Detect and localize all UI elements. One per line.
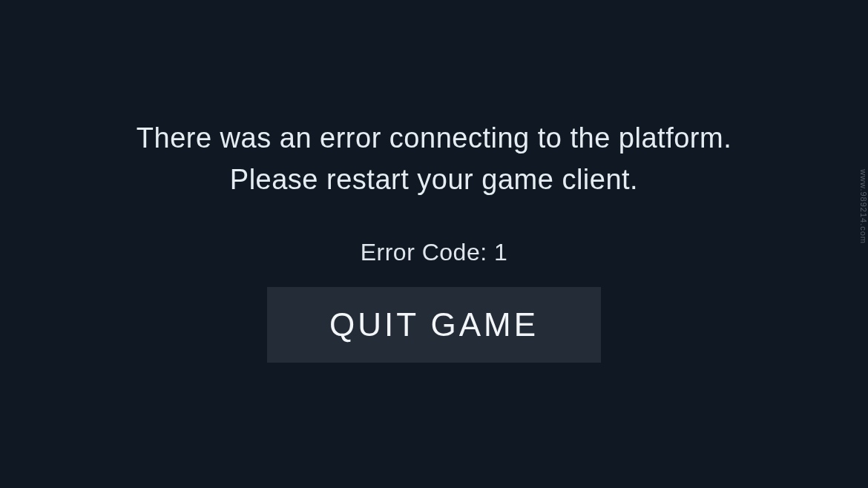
watermark-text: www.989214.com [859,169,868,244]
error-dialog: There was an error connecting to the pla… [0,118,868,362]
error-message: There was an error connecting to the pla… [89,118,779,200]
quit-game-button[interactable]: QUIT GAME [267,287,601,363]
error-code-label: Error Code: 1 [361,239,508,266]
